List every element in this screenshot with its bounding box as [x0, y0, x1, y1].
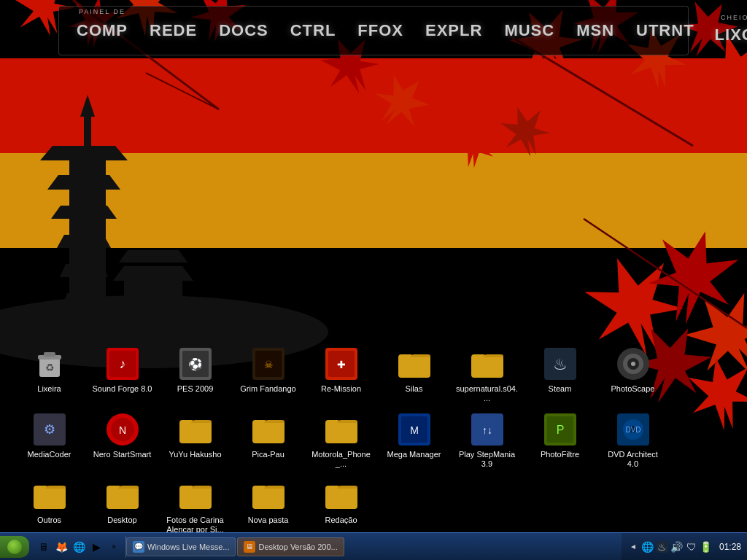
svg-text:⚙: ⚙	[44, 422, 55, 437]
trash-section[interactable]: CHEIO LIXO	[705, 14, 747, 47]
icon-image-mega-manager: M	[397, 412, 432, 447]
desktop-icon-dvd-architect[interactable]: DVDDVD Architect 4.0	[598, 408, 667, 474]
tray-battery[interactable]: 🔋	[700, 541, 712, 553]
icon-label-steam: Steam	[549, 384, 572, 394]
desktop-icon-photoscape[interactable]: PhotoScape	[598, 343, 667, 408]
desktop-icon-redacao[interactable]: Redação	[306, 474, 376, 540]
icon-label-nero: Nero StartSmart	[93, 450, 151, 459]
menu-item-msn[interactable]: MSN	[566, 18, 624, 43]
svg-line-34	[146, 73, 219, 109]
menu-item-comp[interactable]: COMP	[66, 18, 138, 43]
svg-text:↑↓: ↑↓	[482, 424, 492, 436]
icon-label-yuyu: YuYu Hakusho	[169, 450, 221, 459]
svg-marker-12	[119, 250, 187, 262]
desktop-icon-desktop[interactable]: Desktop	[88, 474, 157, 540]
taskbar-open-windows: 💬 Windows Live Messe... 🖥 Desktop Versão…	[126, 537, 622, 556]
svg-marker-8	[80, 95, 95, 117]
desktop-icon-re-mission[interactable]: ✚Re-Mission	[306, 343, 376, 408]
system-clock[interactable]: 01:28	[715, 542, 741, 552]
icon-image-motorola	[324, 412, 359, 447]
desktop-icon-pica-pau[interactable]: Pica-Pau	[233, 408, 303, 474]
svg-marker-25	[364, 64, 438, 139]
tray-sound[interactable]: 🔊	[671, 541, 683, 553]
taskbar-btn-desktop[interactable]: 🖥 Desktop Versão 200...	[237, 537, 344, 556]
ql-ie[interactable]: 🌐	[71, 540, 86, 554]
desktop-icon-outros[interactable]: Outros	[15, 474, 84, 540]
icon-image-fotos-carina	[178, 478, 213, 513]
desktop-icon-grim-fandango[interactable]: ☠Grim Fandango	[233, 343, 303, 408]
ql-show-desktop[interactable]: 🖥	[36, 540, 51, 554]
icon-image-grim-fandango: ☠	[251, 346, 286, 381]
svg-marker-11	[113, 266, 193, 281]
svg-marker-5	[60, 264, 108, 277]
icon-image-silas	[397, 346, 432, 381]
desktop-icon-mega-manager[interactable]: MMega Manager	[379, 408, 449, 474]
icon-image-photofiltre: P	[543, 412, 578, 447]
desktop-icon-motorola[interactable]: Motorola_Phone_...	[306, 408, 376, 474]
desktop-icon-nova-pasta[interactable]: Nova pasta	[233, 474, 303, 540]
icon-label-outros: Outros	[37, 516, 61, 525]
svg-text:♻: ♻	[44, 362, 54, 373]
windows-orb	[7, 540, 22, 554]
icon-label-stepmania: Play StepMania 3.9	[456, 450, 518, 469]
icon-image-desktop	[105, 478, 140, 513]
panel-label: PAINEL DE	[79, 8, 125, 15]
icon-label-photofiltre: PhotoFiltre	[541, 450, 579, 459]
menu-item-docs[interactable]: DOCS	[209, 18, 279, 43]
menu-item-utrnt[interactable]: UTRNT	[626, 18, 705, 43]
desktop-icon-mediacoder[interactable]: ⚙MediaCoder	[15, 408, 84, 474]
desktop-icon-supernatural[interactable]: supernatural.s04....	[452, 343, 522, 408]
tray-steam[interactable]: ♨	[657, 541, 668, 553]
svg-text:✚: ✚	[337, 359, 346, 370]
desktop-icon-yuyu[interactable]: YuYu Hakusho	[160, 408, 230, 474]
messenger-icon: 💬	[133, 541, 144, 553]
icon-label-grim-fandango: Grim Fandango	[240, 384, 295, 394]
icon-image-redacao	[324, 478, 359, 513]
menu-item-lixo[interactable]: LIXO	[705, 23, 747, 47]
start-button[interactable]	[0, 536, 29, 558]
desktop-icon-nero[interactable]: NNero StartSmart	[88, 408, 157, 474]
ql-media[interactable]: ▶	[89, 540, 104, 554]
ql-firefox[interactable]: 🦊	[54, 540, 69, 554]
tray-security[interactable]: 🛡	[686, 541, 697, 553]
icon-image-pes2009: ⚽	[178, 346, 213, 381]
desktop-icon-lixeira[interactable]: ♻Lixeira	[15, 343, 84, 408]
icon-label-dvd-architect: DVD Architect 4.0	[602, 450, 664, 469]
menu-item-ffox[interactable]: FFOX	[347, 18, 414, 43]
quick-launch-bar: 🖥 🦊 🌐 ▶ »	[32, 536, 126, 558]
desktop-icon-sound-forge[interactable]: ♪Sound Forge 8.0	[88, 343, 157, 408]
icon-image-stepmania: ↑↓	[470, 412, 505, 447]
svg-marker-3	[51, 206, 117, 219]
svg-point-58	[631, 362, 635, 366]
icon-image-sound-forge: ♪	[105, 346, 140, 381]
svg-marker-32	[495, 100, 555, 163]
menu-item-explr[interactable]: EXPLR	[415, 18, 492, 43]
menu-main-items: PAINEL DE COMP REDE DOCS CTRL FFOX EXPLR…	[66, 18, 705, 43]
icon-label-desktop: Desktop	[107, 516, 136, 525]
svg-text:☠: ☠	[263, 359, 273, 370]
ql-arrow[interactable]: »	[107, 540, 121, 554]
trash-label: CHEIO	[705, 14, 747, 21]
desktop-icon-fotos-carina[interactable]: Fotos de Carina Alencar por Si...	[160, 474, 230, 540]
desktop-icon-silas[interactable]: Silas	[379, 343, 449, 408]
taskbar: 🖥 🦊 🌐 ▶ » 💬 Windows Live Messe... 🖥 Desk…	[0, 532, 747, 560]
menu-item-rede[interactable]: REDE	[139, 18, 207, 43]
menu-item-musc[interactable]: MUSC	[494, 18, 565, 43]
icon-label-motorola: Motorola_Phone_...	[310, 450, 372, 469]
desktop-icon-photofiltre[interactable]: PPhotoFiltre	[525, 408, 595, 474]
desktop-icons-area: ♻Lixeira♪Sound Forge 8.0⚽PES 2009☠Grim F…	[0, 335, 671, 547]
desktop-icon-stepmania[interactable]: ↑↓Play StepMania 3.9	[452, 408, 522, 474]
desktop-icon-pes2009[interactable]: ⚽PES 2009	[160, 343, 230, 408]
taskbar-btn-messenger[interactable]: 💬 Windows Live Messe...	[126, 537, 236, 556]
icon-label-nova-pasta: Nova pasta	[248, 516, 289, 525]
icon-image-dvd-architect: DVD	[616, 412, 651, 447]
icon-label-lixeira: Lixeira	[37, 384, 61, 394]
menu-item-ctrl[interactable]: CTRL	[280, 18, 347, 43]
svg-marker-4	[57, 235, 111, 248]
tray-arrow[interactable]: ◄	[627, 541, 639, 553]
icon-image-re-mission: ✚	[324, 346, 359, 381]
icon-label-pes2009: PES 2009	[177, 384, 214, 394]
tray-network[interactable]: 🌐	[642, 541, 654, 553]
desktop-icon-steam[interactable]: ♨Steam	[525, 343, 595, 408]
taskbar-messenger-label: Windows Live Messe...	[147, 542, 229, 551]
